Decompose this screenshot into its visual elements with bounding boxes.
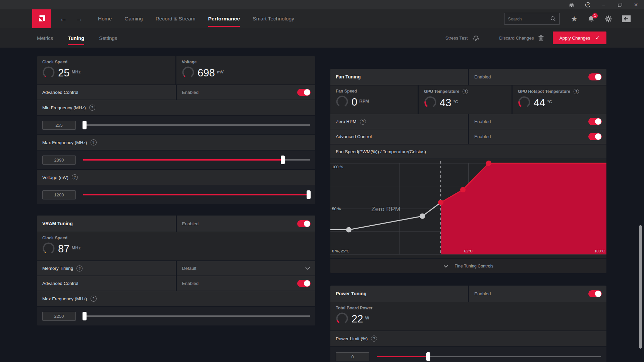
help-icon[interactable]: ? [574, 89, 579, 94]
help-icon[interactable]: ? [91, 139, 97, 145]
back-arrow-icon[interactable]: ← [60, 14, 67, 23]
svg-text:Zero RPM: Zero RPM [371, 205, 400, 213]
help-icon[interactable]: ? [463, 89, 468, 94]
forward-arrow-icon[interactable]: → [76, 14, 83, 23]
power-tuning-toggle[interactable] [588, 290, 602, 297]
search-input[interactable] [508, 16, 550, 21]
power-tuning-title: Power Tuning [336, 291, 367, 296]
total-board-power-gauge: Total Board Power 22 W [330, 302, 378, 330]
fan-curve-chart[interactable]: 100 %50 %0 %, 25°C62°C100°CZero RPM [330, 159, 606, 258]
help-icon[interactable]: ? [91, 296, 97, 302]
nav-item-gaming[interactable]: Gaming [124, 9, 143, 28]
help-titlebar-icon[interactable]: ? [580, 0, 596, 9]
min-frequency-value[interactable]: 255 [42, 121, 76, 130]
gpu-voltage-gauge: Voltage 698 mV [176, 56, 229, 84]
advanced-control-label: Advanced Control [42, 281, 78, 286]
vram-tuning-card: VRAM Tuning Enabled Clock Speed 87 MHz M… [37, 216, 315, 325]
vram-clock-ring-gauge [42, 242, 55, 256]
tab-tuning[interactable]: Tuning [68, 28, 84, 48]
voltage-slider[interactable] [83, 190, 310, 199]
settings-gear-icon[interactable] [605, 15, 612, 22]
fan-speed-ring-gauge [336, 95, 348, 109]
vram-clock-gauge: Clock Speed 87 MHz [37, 232, 86, 260]
discard-changes-label[interactable]: Discard Changes [499, 36, 534, 41]
fan-tuning-title: Fan Tuning [336, 74, 361, 79]
help-icon[interactable]: ? [371, 336, 377, 342]
fine-tuning-controls-expander[interactable]: Fine Tuning Controls [330, 259, 606, 273]
search-box[interactable] [504, 13, 560, 25]
vram-max-frequency-value[interactable]: 2250 [42, 312, 76, 321]
svg-text:?: ? [587, 3, 588, 7]
memory-timing-dropdown[interactable]: Default [177, 261, 316, 276]
help-icon[interactable]: ? [360, 119, 366, 125]
max-frequency-label: Max Frequency (MHz) [42, 140, 87, 145]
fan-tuning-toggle[interactable] [588, 73, 602, 80]
performance-subnav: Metrics Tuning Settings Stress Test Disc… [0, 28, 644, 48]
zero-rpm-toggle[interactable] [588, 118, 602, 125]
nav-item-home[interactable]: Home [98, 9, 112, 28]
nav-item-record-stream[interactable]: Record & Stream [156, 9, 196, 28]
vram-max-frequency-slider[interactable] [83, 311, 310, 321]
svg-text:100 %: 100 % [332, 165, 343, 169]
gpu-tuning-card: Clock Speed 25 MHz Voltage 698 mV Advanc… [37, 56, 315, 204]
max-frequency-value[interactable]: 2890 [42, 156, 76, 165]
main-navbar: ← → Home Gaming Record & Stream Performa… [0, 9, 644, 28]
tab-metrics[interactable]: Metrics [37, 28, 53, 48]
power-limit-label: Power Limit (%) [336, 336, 368, 341]
enabled-label: Enabled [182, 281, 199, 286]
fan-advanced-control-toggle[interactable] [588, 133, 602, 140]
vram-tuning-title: VRAM Tuning [42, 221, 73, 226]
svg-text:0 %, 25°C: 0 %, 25°C [332, 249, 350, 253]
help-icon[interactable]: ? [72, 174, 78, 180]
enabled-label: Enabled [182, 221, 199, 226]
gpu-temperature-gauge: GPU Temperature? 43 °C [419, 85, 473, 114]
chevron-down-icon [443, 265, 448, 268]
fan-speed-gauge: Fan Speed 0 RPM [330, 85, 374, 114]
zero-rpm-label: Zero RPM [336, 119, 357, 124]
enabled-label: Enabled [182, 90, 199, 95]
nav-item-performance[interactable]: Performance [208, 9, 240, 28]
svg-text:62°C: 62°C [464, 249, 473, 253]
max-frequency-slider[interactable] [83, 155, 310, 165]
power-tuning-card: Power Tuning Enabled Total Board Power 2… [330, 286, 606, 362]
min-frequency-label: Min Frequency (MHz) [42, 105, 86, 110]
notifications-bell-icon[interactable]: 1 [588, 15, 595, 22]
minimize-button[interactable]: – [596, 0, 612, 9]
fan-curve-chart-title: Fan Speed(PWM(%)) / Temperature(Celsius) [336, 149, 426, 154]
hotspot-ring-gauge [518, 96, 531, 110]
amd-logo[interactable] [32, 9, 51, 28]
chevron-down-icon [305, 267, 310, 270]
voltage-value[interactable]: 1200 [42, 190, 76, 199]
vram-max-frequency-label: Max Frequency (MHz) [42, 296, 87, 301]
restore-button[interactable] [612, 0, 628, 9]
enabled-label: Enabled [474, 119, 491, 124]
tab-settings[interactable]: Settings [99, 28, 117, 48]
help-icon[interactable]: ? [76, 265, 83, 272]
stress-test-label[interactable]: Stress Test [445, 36, 468, 41]
favorites-star-icon[interactable]: ★ [571, 14, 578, 23]
voltage-ring-gauge [182, 66, 195, 80]
vram-advanced-control-toggle[interactable] [297, 280, 311, 287]
stress-test-gauge-icon[interactable] [472, 35, 480, 41]
vertical-scrollbar[interactable] [639, 225, 642, 349]
min-frequency-slider[interactable] [83, 120, 310, 130]
collapse-panel-icon[interactable] [622, 15, 631, 22]
voltage-mv-label: Voltage (mV) [42, 175, 68, 180]
enabled-label: Enabled [474, 74, 491, 79]
window-titlebar: ? – ✕ [0, 0, 644, 9]
close-button[interactable]: ✕ [628, 0, 644, 9]
nav-item-smart-technology[interactable]: Smart Technology [253, 9, 294, 28]
advanced-control-label: Advanced Control [336, 134, 372, 139]
gpu-advanced-control-toggle[interactable] [297, 89, 311, 96]
power-limit-value[interactable]: 0 [336, 352, 369, 361]
gpu-temp-ring-gauge [424, 96, 437, 110]
vram-tuning-toggle[interactable] [297, 220, 311, 227]
help-icon[interactable]: ? [89, 105, 95, 111]
gpu-clock-gauge: Clock Speed 25 MHz [37, 56, 86, 84]
gpu-hotspot-gauge: GPU Hotspot Temperature? 44 °C [513, 85, 584, 114]
fan-tuning-card: Fan Tuning Enabled Fan Speed 0 RPM GPU T… [330, 69, 606, 273]
trash-icon[interactable] [538, 35, 544, 41]
power-limit-slider[interactable] [377, 352, 601, 361]
bug-report-icon[interactable] [564, 0, 580, 9]
apply-changes-button[interactable]: Apply Changes ✓ [553, 32, 606, 44]
